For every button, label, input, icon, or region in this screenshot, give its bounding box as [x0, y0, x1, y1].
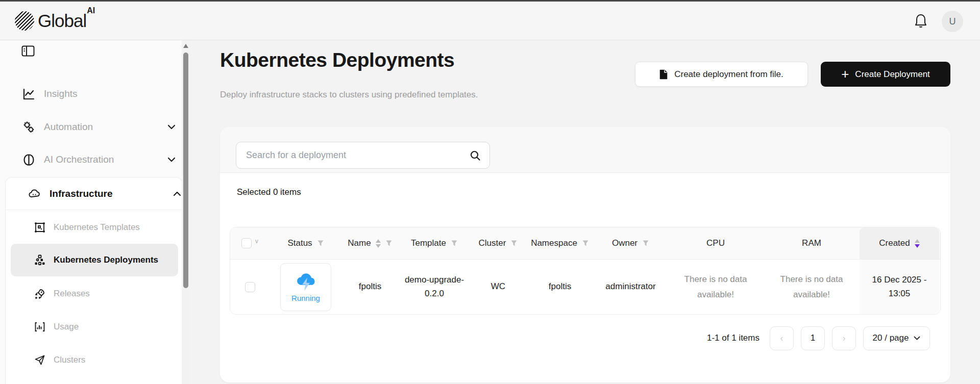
- sidebar-item-label: Kubernetes Templates: [54, 222, 140, 233]
- create-deployment-button[interactable]: + Create Deployment: [821, 62, 950, 87]
- search-icon[interactable]: [470, 150, 481, 161]
- sidebar-item-kubernetes-templates[interactable]: Kubernetes Templates: [6, 211, 182, 244]
- ram-no-data-text: There is no data available!: [771, 272, 852, 302]
- column-label: Owner: [612, 238, 638, 248]
- sidebar-item-label: Usage: [54, 322, 79, 332]
- create-deployment-from-file-button[interactable]: Create deployment from file.: [635, 62, 808, 87]
- table-row[interactable]: Running fpoltis demo-upgrade-0.2.0 WC fp…: [230, 260, 940, 314]
- column-label: Cluster: [479, 238, 506, 248]
- template-frame-icon: [34, 222, 45, 233]
- sidebar: Insights Automation AI Orchestration: [0, 40, 190, 384]
- deployment-namespace: fpoltis: [549, 280, 571, 293]
- chevron-down-icon: [167, 157, 176, 162]
- deployment-template: demo-upgrade-0.2.0: [402, 273, 467, 300]
- notifications-bell-icon[interactable]: [914, 13, 928, 29]
- chevron-down-icon: [914, 336, 920, 340]
- select-all-header-cell: ∨: [230, 227, 270, 259]
- brain-icon: [22, 153, 35, 166]
- row-status-cell: Running: [270, 260, 341, 314]
- sidebar-item-label: AI Orchestration: [44, 154, 114, 165]
- sidebar-item-automation[interactable]: Automation: [0, 111, 182, 143]
- scrollbar-thumb[interactable]: [183, 53, 188, 288]
- sidebar-item-label: Releases: [54, 289, 90, 299]
- row-created-cell: 16 Dec 2025 - 13:05: [860, 260, 939, 314]
- sidebar-item-label: Kubernetes Deployments: [54, 255, 158, 265]
- sidebar-item-infrastructure[interactable]: Infrastructure: [6, 177, 182, 210]
- row-checkbox[interactable]: [245, 282, 255, 292]
- filter-funnel-icon[interactable]: [510, 240, 518, 247]
- chevron-down-icon: [167, 124, 176, 130]
- app-logo[interactable]: GlobalAI: [15, 11, 94, 31]
- page-subtitle: Deploy infrastructure stacks to clusters…: [220, 90, 478, 100]
- sidebar-item-label: Clusters: [54, 355, 85, 365]
- column-header-name[interactable]: Name: [341, 227, 399, 259]
- cloud-icon: [28, 187, 41, 200]
- filter-funnel-icon[interactable]: [642, 240, 649, 247]
- sidebar-infrastructure-group: Infrastructure Kubernetes Templates: [5, 177, 183, 384]
- sidebar-item-label: Infrastructure: [50, 188, 113, 199]
- column-header-cpu[interactable]: CPU: [668, 227, 764, 259]
- sidebar-item-releases[interactable]: Releases: [6, 277, 182, 310]
- filter-funnel-icon[interactable]: [582, 240, 589, 247]
- row-owner-cell: administrator: [594, 260, 668, 314]
- column-label: Template: [411, 238, 446, 248]
- pagination-page-1-button[interactable]: 1: [801, 326, 825, 350]
- column-header-cluster[interactable]: Cluster: [470, 227, 526, 259]
- file-icon: [659, 69, 668, 80]
- top-navbar: GlobalAI U: [0, 2, 980, 40]
- plus-icon: +: [841, 69, 849, 79]
- filter-funnel-icon[interactable]: [451, 240, 458, 247]
- search-input[interactable]: [236, 150, 470, 161]
- selected-items-count: Selected 0 items: [237, 187, 301, 197]
- column-header-template[interactable]: Template: [399, 227, 470, 259]
- column-header-status[interactable]: Status: [270, 227, 341, 259]
- deployment-cluster: WC: [491, 280, 505, 293]
- column-label: Name: [348, 238, 371, 248]
- column-header-created[interactable]: Created: [860, 227, 939, 259]
- sort-icon[interactable]: [376, 239, 381, 248]
- filter-funnel-icon[interactable]: [317, 240, 324, 247]
- sidebar-item-clusters[interactable]: Clusters: [6, 344, 182, 376]
- gears-icon: [22, 121, 35, 134]
- user-avatar[interactable]: U: [942, 11, 963, 32]
- sidebar-item-usage[interactable]: Usage: [6, 311, 182, 343]
- column-header-namespace[interactable]: Namespace: [526, 227, 594, 259]
- column-label: CPU: [706, 238, 725, 248]
- column-header-ram[interactable]: RAM: [764, 227, 860, 259]
- select-options-chevron-icon[interactable]: ∨: [255, 238, 259, 245]
- page-size-select[interactable]: 20 / page: [863, 326, 930, 350]
- pagination-next-button[interactable]: ›: [832, 326, 856, 350]
- sidebar-item-ai-orchestration[interactable]: AI Orchestration: [0, 143, 182, 176]
- pagination-prev-button[interactable]: ‹: [770, 326, 794, 350]
- column-label: Status: [287, 238, 312, 248]
- rocket-icon: [34, 288, 45, 299]
- deployments-panel: Selected 0 items ∨ Status Name Temp: [220, 127, 950, 382]
- row-cluster-cell: WC: [470, 260, 526, 314]
- cloud-lightning-icon: [294, 271, 317, 292]
- sidebar-item-label: Automation: [44, 121, 93, 133]
- status-badge[interactable]: Running: [280, 263, 331, 311]
- deployment-owner: administrator: [605, 280, 655, 293]
- pagination: 1-1 of 1 items ‹ 1 › 20 / page: [707, 326, 930, 350]
- sidebar-scrollbar[interactable]: [182, 40, 190, 384]
- app-root: GlobalAI U Insights: [0, 0, 980, 384]
- page-title: Kubernetes Deployments: [220, 49, 454, 71]
- create-from-file-label: Create deployment from file.: [674, 69, 783, 80]
- row-name-cell: fpoltis: [341, 260, 399, 314]
- scrollbar-up-arrow[interactable]: [183, 44, 188, 48]
- status-label: Running: [291, 294, 320, 302]
- sort-descending-icon[interactable]: [915, 239, 920, 248]
- select-all-checkbox[interactable]: [241, 238, 252, 248]
- sidebar-item-insights[interactable]: Insights: [0, 78, 182, 110]
- cpu-no-data-text: There is no data available!: [675, 272, 756, 302]
- sidebar-item-kubernetes-deployments[interactable]: Kubernetes Deployments: [6, 244, 182, 276]
- column-label: Created: [879, 238, 910, 248]
- table-header-row: ∨ Status Name Template Cluster: [230, 227, 940, 260]
- filter-funnel-icon[interactable]: [385, 240, 393, 247]
- search-section: [220, 127, 950, 173]
- column-label: RAM: [802, 238, 821, 248]
- column-header-owner[interactable]: Owner: [594, 227, 668, 259]
- row-select-cell: [230, 260, 270, 314]
- sidebar-collapse-icon[interactable]: [21, 45, 35, 57]
- logo-superscript: AI: [87, 6, 95, 15]
